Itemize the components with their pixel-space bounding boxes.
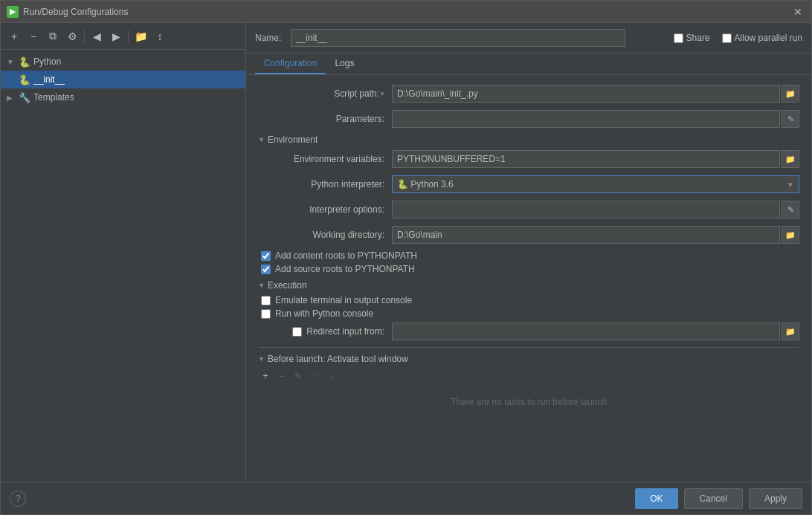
before-launch-label: Before launch: Activate tool window bbox=[268, 354, 408, 364]
env-vars-row: Environment variables: 📁 bbox=[258, 149, 799, 169]
interpreter-dropdown-arrow: ▼ bbox=[787, 181, 794, 189]
add-source-roots-checkbox[interactable] bbox=[261, 265, 271, 274]
launch-empty-message: There are no tasks to run before launch bbox=[258, 388, 799, 416]
working-dir-browse-button[interactable]: 📁 bbox=[782, 226, 799, 244]
allow-parallel-label[interactable]: Allow parallel run bbox=[722, 33, 802, 43]
launch-remove-button[interactable]: − bbox=[274, 369, 289, 383]
execution-arrow: ▼ bbox=[258, 282, 265, 289]
tabs-bar: Configuration Logs bbox=[246, 54, 811, 75]
script-path-label-area: Script path: ▾ bbox=[258, 88, 392, 99]
redirect-input-area: 📁 bbox=[392, 323, 799, 340]
init-icon: 🐍 bbox=[19, 74, 30, 85]
tree-group-templates[interactable]: ▶ 🔧 Templates bbox=[1, 88, 245, 106]
help-button[interactable]: ? bbox=[10, 490, 26, 507]
tree-group-python[interactable]: ▼ 🐍 Python bbox=[1, 53, 245, 71]
title-bar: ▶ Run/Debug Configurations ✕ bbox=[1, 1, 811, 23]
cancel-button[interactable]: Cancel bbox=[684, 488, 743, 509]
toolbar-separator-1 bbox=[84, 30, 85, 43]
parameters-label: Parameters: bbox=[258, 114, 392, 124]
redirect-input-checkbox[interactable] bbox=[292, 327, 302, 337]
launch-edit-button[interactable]: ✎ bbox=[291, 369, 306, 383]
copy-config-button[interactable]: ⧉ bbox=[44, 27, 62, 45]
next-button[interactable]: ▶ bbox=[107, 27, 125, 45]
bottom-bar: ? OK Cancel Apply bbox=[1, 482, 811, 514]
parameters-input[interactable] bbox=[392, 110, 780, 128]
emulate-terminal-checkbox[interactable] bbox=[261, 296, 271, 305]
templates-icon: 🔧 bbox=[19, 92, 30, 103]
add-content-roots-checkbox[interactable] bbox=[261, 251, 271, 261]
share-checkbox-label[interactable]: Share bbox=[674, 33, 710, 43]
environment-section-header[interactable]: ▼ Environment bbox=[258, 135, 799, 145]
folder-button[interactable]: 📁 bbox=[132, 27, 149, 45]
before-launch-arrow: ▼ bbox=[258, 355, 265, 363]
tab-configuration[interactable]: Configuration bbox=[255, 54, 326, 74]
parameters-browse-button[interactable]: ✎ bbox=[782, 110, 799, 128]
execution-section-header[interactable]: ▼ Execution bbox=[258, 280, 799, 291]
emulate-terminal-label[interactable]: Emulate terminal in output console bbox=[261, 295, 412, 305]
parameters-input-area: ✎ bbox=[392, 110, 799, 128]
run-console-label[interactable]: Run with Python console bbox=[261, 308, 373, 319]
interpreter-options-input[interactable] bbox=[392, 201, 780, 218]
share-checkbox[interactable] bbox=[674, 33, 683, 43]
run-console-text: Run with Python console bbox=[275, 308, 373, 319]
emulate-terminal-row: Emulate terminal in output console bbox=[258, 295, 799, 305]
share-label: Share bbox=[686, 33, 710, 43]
name-label: Name: bbox=[255, 33, 285, 43]
env-vars-browse-button[interactable]: 📁 bbox=[782, 150, 799, 168]
interpreter-options-browse-button[interactable]: ✎ bbox=[782, 201, 799, 218]
ok-button[interactable]: OK bbox=[635, 488, 677, 509]
add-content-roots-label[interactable]: Add content roots to PYTHONPATH bbox=[261, 250, 417, 261]
interpreter-row: Python interpreter: 🐍 Python 3.6 ▼ bbox=[258, 175, 799, 194]
name-input[interactable] bbox=[291, 29, 625, 47]
execution-label: Execution bbox=[268, 280, 307, 291]
remove-config-button[interactable]: − bbox=[25, 27, 42, 45]
config-area: Script path: ▾ 📁 Parameters: ✎ bbox=[246, 75, 811, 482]
interpreter-select[interactable]: 🐍 Python 3.6 ▼ bbox=[392, 175, 799, 193]
tab-logs[interactable]: Logs bbox=[326, 54, 363, 74]
script-path-label: Script path: bbox=[334, 88, 379, 99]
settings-config-button[interactable]: ⚙ bbox=[63, 27, 81, 45]
redirect-input-label: Redirect input from: bbox=[306, 326, 384, 337]
templates-group-arrow: ▶ bbox=[7, 94, 16, 102]
sort-button[interactable]: ↕ bbox=[151, 27, 169, 45]
redirect-input-label-area: Redirect input from: bbox=[258, 326, 392, 337]
prev-button[interactable]: ◀ bbox=[88, 27, 106, 45]
emulate-terminal-text: Emulate terminal in output console bbox=[275, 295, 412, 305]
python-group-icon: 🐍 bbox=[19, 56, 30, 68]
toolbar-separator-2 bbox=[128, 30, 129, 43]
allow-parallel-text: Allow parallel run bbox=[735, 33, 802, 43]
add-content-roots-text: Add content roots to PYTHONPATH bbox=[275, 250, 417, 261]
interpreter-options-input-area: ✎ bbox=[392, 201, 799, 218]
env-vars-input[interactable] bbox=[392, 150, 780, 168]
script-path-input-area: 📁 bbox=[392, 85, 799, 103]
working-dir-input[interactable] bbox=[392, 226, 780, 244]
script-path-row: Script path: ▾ 📁 bbox=[258, 84, 799, 103]
redirect-input-field[interactable] bbox=[392, 323, 780, 340]
script-path-browse-button[interactable]: 📁 bbox=[782, 85, 799, 103]
run-debug-dialog: ▶ Run/Debug Configurations ✕ + − ⧉ ⚙ ◀ ▶… bbox=[0, 0, 812, 515]
left-toolbar: + − ⧉ ⚙ ◀ ▶ 📁 ↕ bbox=[1, 23, 245, 50]
working-dir-label: Working directory: bbox=[258, 230, 392, 240]
dialog-title: Run/Debug Configurations bbox=[23, 7, 128, 17]
add-config-button[interactable]: + bbox=[5, 27, 23, 45]
script-path-input[interactable] bbox=[392, 85, 780, 103]
working-dir-input-area: 📁 bbox=[392, 226, 799, 244]
tree-item-init[interactable]: 🐍 __init__ bbox=[1, 71, 245, 88]
close-button[interactable]: ✕ bbox=[790, 4, 805, 19]
before-launch-header: ▼ Before launch: Activate tool window bbox=[258, 354, 799, 364]
python-group-arrow: ▼ bbox=[7, 58, 16, 66]
run-console-checkbox[interactable] bbox=[261, 309, 271, 319]
launch-add-button[interactable]: + bbox=[258, 369, 273, 383]
interpreter-value: 🐍 Python 3.6 bbox=[397, 179, 454, 190]
script-path-dropdown-arrow[interactable]: ▾ bbox=[381, 90, 384, 97]
redirect-input-browse-button[interactable]: 📁 bbox=[782, 323, 799, 340]
launch-toolbar: + − ✎ ↑ ↓ bbox=[258, 369, 799, 383]
env-vars-label: Environment variables: bbox=[258, 154, 392, 164]
add-source-roots-label[interactable]: Add source roots to PYTHONPATH bbox=[261, 264, 415, 274]
allow-parallel-checkbox[interactable] bbox=[722, 33, 732, 43]
environment-arrow: ▼ bbox=[258, 136, 265, 143]
python-group-label: Python bbox=[33, 56, 61, 67]
launch-up-button[interactable]: ↑ bbox=[307, 369, 322, 383]
apply-button[interactable]: Apply bbox=[749, 488, 802, 509]
launch-down-button[interactable]: ↓ bbox=[323, 369, 338, 383]
